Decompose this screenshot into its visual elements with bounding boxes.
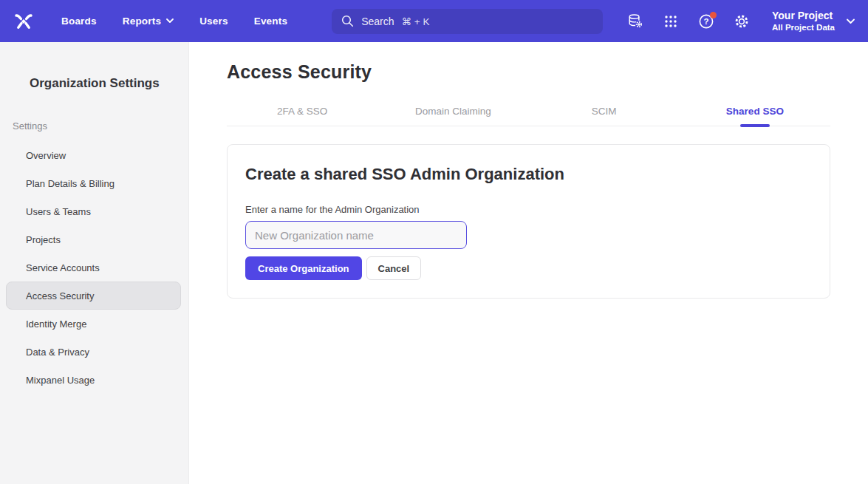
navbar-right: ? Your Project All Project Data	[627, 10, 855, 33]
top-navbar: Boards Reports Users Events Search ⌘ + K	[0, 0, 868, 42]
svg-text:?: ?	[703, 17, 708, 26]
data-management-icon	[627, 13, 643, 30]
nav-reports-label: Reports	[123, 16, 161, 27]
org-name-input[interactable]	[245, 221, 467, 249]
search-icon	[341, 15, 354, 27]
tab-shared-sso-label: Shared SSO	[726, 106, 784, 117]
tab-scim[interactable]: SCIM	[529, 106, 680, 126]
cancel-button[interactable]: Cancel	[366, 256, 422, 280]
nav-boards[interactable]: Boards	[61, 16, 97, 27]
card-title: Create a shared SSO Admin Organization	[245, 165, 812, 184]
page-title: Access Security	[227, 61, 830, 83]
sidebar-item-service-accounts[interactable]: Service Accounts	[6, 253, 181, 282]
sidebar-title: Organization Settings	[30, 76, 188, 91]
nav-events[interactable]: Events	[254, 16, 287, 27]
sidebar-list: Overview Plan Details & Billing Users & …	[0, 141, 188, 394]
tab-shared-sso[interactable]: Shared SSO	[680, 106, 830, 126]
active-tab-underline	[740, 124, 770, 127]
project-switcher[interactable]: Your Project All Project Data	[772, 10, 855, 33]
sidebar-section-label: Settings	[13, 120, 188, 132]
main-content: Access Security 2FA & SSO Domain Claimin…	[189, 42, 868, 484]
sidebar-item-data-privacy[interactable]: Data & Privacy	[6, 338, 181, 366]
gear-icon	[734, 13, 750, 30]
project-subtitle: All Project Data	[772, 22, 835, 33]
mixpanel-logo[interactable]	[0, 11, 47, 32]
data-management-button[interactable]	[627, 13, 643, 30]
primary-nav: Boards Reports Users Events	[61, 16, 287, 27]
settings-button[interactable]	[734, 13, 750, 30]
sidebar-item-users-teams[interactable]: Users & Teams	[6, 197, 181, 225]
sidebar-item-plan-details-billing[interactable]: Plan Details & Billing	[6, 169, 181, 197]
create-organization-button[interactable]: Create Organization	[245, 256, 362, 280]
project-text: Your Project All Project Data	[772, 10, 835, 33]
sidebar-item-overview[interactable]: Overview	[6, 141, 181, 169]
apps-grid-button[interactable]	[663, 13, 679, 30]
nav-users[interactable]: Users	[199, 16, 228, 27]
sidebar-item-access-security[interactable]: Access Security	[6, 282, 181, 310]
card-actions: Create Organization Cancel	[245, 256, 812, 280]
sidebar-item-identity-merge[interactable]: Identity Merge	[6, 310, 181, 338]
org-name-label: Enter a name for the Admin Organization	[245, 204, 812, 215]
chevron-down-icon	[847, 18, 855, 24]
org-settings-sidebar: Organization Settings Settings Overview …	[0, 42, 189, 484]
tab-2fa-sso[interactable]: 2FA & SSO	[227, 106, 377, 126]
chevron-down-icon	[166, 18, 174, 24]
search-input[interactable]: Search ⌘ + K	[332, 9, 603, 34]
tab-domain-claiming[interactable]: Domain Claiming	[377, 106, 528, 126]
search-placeholder: Search	[361, 16, 394, 27]
search-shortcut: ⌘ + K	[402, 16, 430, 27]
project-name: Your Project	[772, 10, 835, 23]
nav-reports[interactable]: Reports	[123, 16, 174, 27]
tab-bar: 2FA & SSO Domain Claiming SCIM Shared SS…	[227, 106, 830, 126]
notification-dot	[710, 12, 717, 18]
mixpanel-logo-icon	[13, 11, 34, 32]
help-button[interactable]: ?	[698, 13, 714, 30]
create-shared-sso-card: Create a shared SSO Admin Organization E…	[227, 144, 830, 299]
sidebar-item-mixpanel-usage[interactable]: Mixpanel Usage	[6, 366, 181, 394]
apps-grid-icon	[663, 13, 679, 30]
sidebar-item-projects[interactable]: Projects	[6, 225, 181, 253]
